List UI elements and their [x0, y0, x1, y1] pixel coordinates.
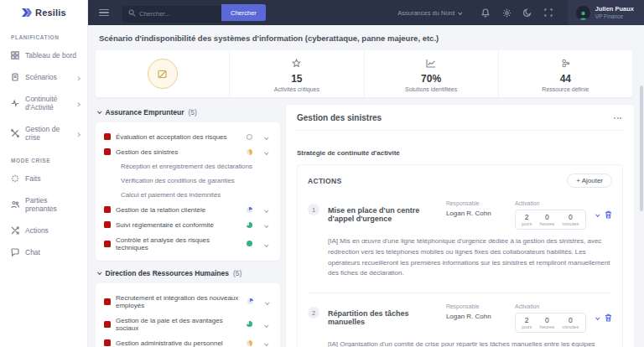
org-selector[interactable]: Assurances du Nord	[397, 9, 461, 17]
activation-duration-input[interactable]: 2jours 0heures 0minutes	[515, 210, 586, 230]
app-window: Resilis Planification Tableau de bord Sc…	[0, 0, 644, 347]
search-icon	[128, 9, 136, 17]
days-value[interactable]: 2	[522, 316, 532, 324]
sidebar-item-continuite-activite[interactable]: Continuité d'Activité	[0, 88, 87, 118]
process-item[interactable]: Évaluation et acceptation des risques	[103, 129, 273, 144]
chevron-down-icon[interactable]	[265, 339, 272, 347]
collapse-action-icon[interactable]	[595, 213, 600, 217]
process-item[interactable]: Gestion administrative du personnel	[103, 335, 273, 347]
action-item-1: 1 Mise en place d'un centre d'appel d'ur…	[308, 199, 612, 279]
stat-label: Activités critiques	[274, 86, 319, 92]
group-header-direction-rh[interactable]: Direction des Ressources Humaines (5)	[98, 269, 280, 277]
responsable-value[interactable]: Logan R. Cohn	[446, 210, 515, 217]
notifications-bell-icon[interactable]	[481, 8, 491, 18]
responsable-value[interactable]: Logan R. Cohn	[446, 313, 515, 320]
days-unit: jours	[522, 324, 532, 329]
scrollbar-thumb[interactable]	[640, 85, 643, 211]
sidebar-item-gestion-de-crise[interactable]: Gestion de crise	[0, 118, 87, 148]
process-item[interactable]: Gestion de la relation clientèle	[103, 202, 273, 217]
hours-value[interactable]: 0	[539, 213, 554, 221]
dark-mode-moon-icon[interactable]	[523, 8, 532, 18]
process-list-panel: Assurance Emprunteur (5) Évaluation et a…	[96, 105, 280, 347]
hours-value[interactable]: 0	[539, 316, 554, 324]
line-chart-icon	[426, 56, 436, 71]
chat-bubble-icon	[11, 248, 19, 256]
process-item[interactable]: Gestion de la paie et des avantages soci…	[103, 313, 273, 335]
actions-header-label: ACTIONS	[308, 177, 341, 185]
stat-value: 70%	[421, 73, 441, 85]
chevron-down-icon[interactable]	[265, 221, 272, 229]
user-menu[interactable]: Julien Puaux VP Finance	[568, 0, 644, 25]
activation-label: Activation	[515, 303, 586, 309]
chevron-down-icon[interactable]	[265, 133, 272, 141]
hamburger-menu-icon[interactable]	[99, 8, 109, 18]
app-logo[interactable]: Resilis	[0, 0, 87, 25]
sidebar-nav: Planification Tableau de bord Scénarios …	[0, 25, 87, 263]
sidebar-item-chat[interactable]: Chat	[0, 241, 87, 263]
sidebar-item-label: Continuité d'Activité	[25, 95, 70, 111]
process-item-selected[interactable]: Gestion des sinistres	[103, 144, 273, 159]
group-header-assurance-emprunteur[interactable]: Assurance Emprunteur (5)	[98, 108, 280, 117]
detail-title: Gestion des sinistres	[297, 113, 382, 122]
activation-duration-input[interactable]: 2jours 0heures 0minutes	[515, 313, 586, 333]
delete-action-icon[interactable]	[605, 207, 612, 222]
collapse-action-icon[interactable]	[595, 316, 600, 320]
process-subitem[interactable]: Calcul et paiement des indemnités	[103, 188, 273, 202]
sidebar-item-label: Tableau de bord	[25, 51, 76, 60]
tools-icon	[11, 129, 19, 137]
process-item-label: Recrutement et intégration des nouveaux …	[116, 294, 242, 309]
sidebar: Resilis Planification Tableau de bord Sc…	[0, 0, 87, 347]
process-item[interactable]: Recrutement et intégration des nouveaux …	[103, 290, 273, 313]
minutes-value[interactable]: 0	[562, 316, 579, 324]
detail-panel: Gestion des sinistres Stratégie de conti…	[286, 105, 634, 347]
minutes-unit: minutes	[562, 221, 579, 226]
sidebar-item-parties-prenantes[interactable]: Parties prenantes	[0, 189, 87, 220]
spark-icon	[11, 174, 19, 183]
progress-pie-icon	[247, 241, 252, 246]
sidebar-item-scenarios[interactable]: Scénarios	[0, 66, 87, 88]
progress-pie-icon	[247, 134, 252, 140]
chevron-down-icon	[97, 110, 101, 114]
process-item[interactable]: Contrôle et analyse des risques techniqu…	[103, 232, 273, 255]
settings-gear-icon[interactable]	[502, 8, 512, 18]
more-options-icon[interactable]	[612, 116, 623, 121]
process-item-label: Suivi réglementaire et conformité	[116, 221, 214, 229]
add-action-button[interactable]: + Ajouter	[567, 174, 612, 188]
days-value[interactable]: 2	[522, 213, 532, 221]
process-subitem[interactable]: Réception et enregistrement des déclarat…	[103, 159, 273, 174]
global-search: Chercher	[122, 4, 266, 21]
stat-ressource-definie: 44 Ressource définie	[499, 50, 632, 97]
chevron-right-icon	[76, 73, 80, 81]
minutes-unit: minutes	[562, 324, 579, 329]
action-description: [IA] Organisation d'un comité de crise p…	[328, 339, 610, 347]
process-subitem[interactable]: Vérification des conditions de garanties	[103, 174, 273, 188]
process-item-label: Évaluation et acceptation des risques	[116, 133, 227, 141]
critical-red-square-icon	[104, 241, 111, 247]
sidebar-item-faits[interactable]: Faits	[0, 168, 87, 189]
actions-card: ACTIONS + Ajouter 1 Mise en place d'un c…	[297, 164, 623, 347]
process-item-label: Contrôle et analyse des risques techniqu…	[116, 236, 242, 251]
sidebar-item-actions[interactable]: Actions	[0, 220, 87, 241]
chevron-down-icon[interactable]	[266, 298, 272, 305]
chevron-right-icon	[76, 99, 80, 107]
chevron-down-icon[interactable]	[265, 206, 272, 214]
delete-action-icon[interactable]	[605, 310, 612, 325]
process-item-label: Gestion des sinistres	[116, 148, 178, 156]
scrollbar[interactable]	[640, 25, 644, 347]
main-content: Scénario d'indisponibilité des systèmes …	[87, 25, 644, 347]
action-title: Mise en place d'un centre d'appel d'urge…	[328, 206, 446, 223]
chevron-down-icon[interactable]	[265, 148, 272, 156]
minutes-value[interactable]: 0	[562, 213, 579, 221]
search-input[interactable]	[122, 6, 221, 23]
stats-summary-card: 15 Activités critiques 70% Solutions ide…	[96, 50, 632, 97]
stat-value: 44	[560, 73, 571, 85]
brand-name: Resilis	[35, 8, 66, 18]
chevron-down-icon[interactable]	[265, 240, 272, 247]
search-button[interactable]: Chercher	[221, 4, 266, 21]
process-item[interactable]: Suivi réglementaire et conformité	[103, 217, 273, 232]
people-icon	[11, 200, 19, 209]
chevron-down-icon[interactable]	[265, 320, 272, 328]
sidebar-item-tableau-de-bord[interactable]: Tableau de bord	[0, 44, 87, 66]
network-icon	[561, 56, 570, 71]
fullscreen-icon[interactable]	[544, 8, 553, 18]
